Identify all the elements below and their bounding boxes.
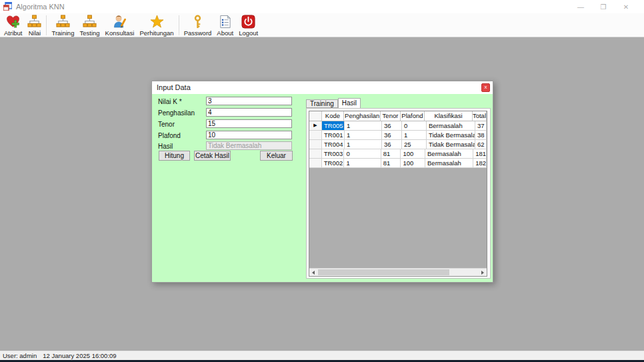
table-row[interactable]: TR003 0 81 100 Bermasalah 181 [309, 149, 487, 159]
column-header-penghasilan[interactable]: Penghasilan [344, 111, 381, 121]
document-icon [218, 15, 232, 29]
cell-total[interactable]: 38 [475, 131, 487, 140]
cell-tenor[interactable]: 36 [382, 140, 402, 149]
cell-plafond[interactable]: 100 [401, 159, 425, 168]
cell-tenor[interactable]: 36 [382, 131, 402, 140]
toolbar-separator [46, 15, 47, 35]
table-row[interactable]: TR002 1 81 100 Bermasalah 182 [309, 159, 487, 168]
cell-kode[interactable]: TR003 [322, 149, 345, 159]
row-header-cell[interactable] [309, 159, 322, 168]
toolbar-item-testing[interactable]: Testing [77, 14, 102, 37]
plafond-label: Plafond [158, 132, 181, 139]
person-pencil-icon [113, 15, 127, 29]
cell-penghasilan[interactable]: 1 [345, 121, 382, 131]
cell-plafond[interactable]: 0 [402, 121, 427, 131]
toolbar-item-about[interactable]: About [214, 14, 236, 37]
table-row[interactable]: TR001 1 36 1 Tidak Bermasalah 38 [309, 131, 487, 140]
scrollbar-thumb[interactable] [318, 269, 449, 275]
toolbar-label: Testing [79, 29, 99, 37]
toolbar-item-perhitungan[interactable]: Perhitungan [137, 14, 176, 37]
column-header-kode[interactable]: Kode [322, 111, 344, 121]
cell-total[interactable]: 62 [475, 140, 487, 149]
dialog-close-icon[interactable]: x [481, 83, 490, 92]
status-datetime: 12 January 2025 16:00:09 [43, 352, 116, 359]
grid-header-row: Kode Penghasilan Tenor Plafond Klasifika… [309, 111, 487, 121]
window-controls: — ❐ ✕ [569, 0, 637, 13]
cell-tenor[interactable]: 81 [381, 149, 401, 159]
toolbar: Atribut Nilai Training [0, 13, 644, 37]
toolbar-label: Training [51, 29, 74, 37]
hitung-button[interactable]: Hitung [159, 151, 190, 161]
cell-klasifikasi[interactable]: Bermasalah [425, 159, 473, 168]
org-chart-icon [27, 15, 41, 29]
cell-tenor[interactable]: 36 [382, 121, 402, 131]
toolbar-label: About [217, 29, 233, 37]
minimize-button[interactable]: — [569, 3, 592, 11]
heart-plus-icon [6, 15, 20, 29]
cell-kode[interactable]: TR004 [322, 140, 345, 149]
cell-total[interactable]: 181 [473, 149, 487, 159]
toolbar-item-konsultasi[interactable]: Konsultasi [103, 14, 137, 37]
org-chart-icon [56, 15, 70, 29]
maximize-button[interactable]: ❐ [592, 3, 615, 11]
cell-plafond[interactable]: 25 [402, 140, 427, 149]
cell-total[interactable]: 182 [473, 159, 487, 168]
cell-kode[interactable]: TR002 [322, 159, 345, 168]
toolbar-label: Password [184, 29, 212, 37]
column-header-klasifikasi[interactable]: Klasifikasi [425, 111, 473, 121]
cell-penghasilan[interactable]: 1 [345, 131, 382, 140]
plafond-field[interactable] [206, 131, 292, 139]
org-chart-icon [83, 15, 97, 29]
toolbar-item-atribut[interactable]: Atribut [1, 14, 25, 37]
app-icon [3, 2, 12, 11]
toolbar-item-training[interactable]: Training [49, 14, 77, 37]
cell-plafond[interactable]: 100 [401, 149, 425, 159]
tenor-label: Tenor [158, 121, 175, 128]
column-header-plafond[interactable]: Plafond [401, 111, 425, 121]
keluar-button[interactable]: Keluar [260, 151, 293, 161]
column-header-tenor[interactable]: Tenor [381, 111, 401, 121]
cell-kode[interactable]: TR001 [322, 131, 345, 140]
cell-penghasilan[interactable]: 0 [344, 149, 381, 159]
key-icon [191, 15, 205, 29]
cell-penghasilan[interactable]: 1 [344, 159, 381, 168]
penghasilan-field[interactable] [206, 108, 292, 117]
table-row[interactable]: ▶ TR005 1 36 0 Bermasalah 37 [309, 121, 487, 131]
cell-kode[interactable]: TR005 [322, 121, 345, 131]
cell-total[interactable]: 37 [475, 121, 487, 131]
scroll-right-icon[interactable] [479, 269, 487, 276]
row-header-cell[interactable] [309, 140, 322, 149]
table-row[interactable]: TR004 1 36 25 Tidak Bermasalah 62 [309, 140, 487, 149]
hasil-tab-page: Kode Penghasilan Tenor Plafond Klasifika… [306, 108, 491, 279]
row-selector-icon[interactable]: ▶ [309, 121, 322, 131]
data-grid: Kode Penghasilan Tenor Plafond Klasifika… [309, 111, 487, 277]
row-header-cell[interactable] [309, 131, 322, 140]
tab-hasil[interactable]: Hasil [338, 98, 361, 108]
toolbar-label: Atribut [4, 29, 22, 37]
cell-klasifikasi[interactable]: Bermasalah [427, 121, 475, 131]
cell-klasifikasi[interactable]: Tidak Bermasalah [427, 140, 475, 149]
penghasilan-label: Penghasilan [158, 109, 195, 117]
cell-klasifikasi[interactable]: Bermasalah [425, 149, 473, 159]
horizontal-scrollbar[interactable] [309, 268, 487, 276]
cell-plafond[interactable]: 1 [402, 131, 427, 140]
toolbar-label: Perhitungan [139, 29, 173, 37]
star-icon [150, 15, 164, 29]
cell-tenor[interactable]: 81 [381, 159, 401, 168]
cell-penghasilan[interactable]: 1 [345, 140, 382, 149]
hasil-label: Hasil [158, 143, 173, 150]
toolbar-item-nilai[interactable]: Nilai [25, 14, 44, 37]
scroll-left-icon[interactable] [309, 269, 317, 276]
toolbar-label: Nilai [29, 29, 41, 37]
close-button[interactable]: ✕ [615, 3, 637, 11]
column-header-total[interactable]: Total [473, 111, 487, 121]
row-header-cell[interactable] [309, 149, 322, 159]
toolbar-item-logout[interactable]: Logout [236, 14, 261, 37]
cetak-hasil-button[interactable]: Cetak Hasil [194, 151, 231, 161]
tab-training[interactable]: Training [306, 99, 338, 108]
toolbar-item-password[interactable]: Password [181, 14, 215, 37]
nilai-k-field[interactable] [206, 97, 292, 105]
tenor-field[interactable] [206, 119, 292, 128]
cell-klasifikasi[interactable]: Tidak Bermasalah [427, 131, 475, 140]
toolbar-label: Konsultasi [105, 29, 135, 37]
